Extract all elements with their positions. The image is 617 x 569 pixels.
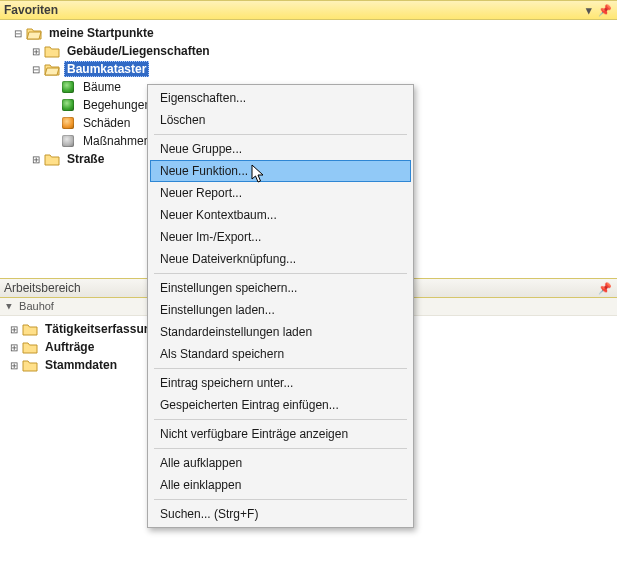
pin-icon[interactable]: 📌 — [597, 282, 613, 295]
collapse-icon[interactable]: ⊟ — [12, 27, 24, 39]
tree-label: Bäume — [80, 79, 124, 95]
tree-row[interactable]: ⊞ Gebäude/Liegenschaften — [0, 42, 617, 60]
context-menu-item[interactable]: Standardeinstellungen laden — [150, 321, 411, 343]
context-menu-item[interactable]: Neuer Kontextbaum... — [150, 204, 411, 226]
context-menu-item[interactable]: Einstellungen speichern... — [150, 277, 411, 299]
tree-label: meine Startpunkte — [46, 25, 157, 41]
tree-row[interactable]: ⊟ meine Startpunkte — [0, 24, 617, 42]
context-menu-item[interactable]: Neue Funktion... — [150, 160, 411, 182]
menu-separator — [154, 419, 407, 420]
folder-icon — [22, 357, 38, 373]
context-menu-item[interactable]: Neue Gruppe... — [150, 138, 411, 160]
context-menu-item[interactable]: Neue Dateiverknüpfung... — [150, 248, 411, 270]
tree-label: Straße — [64, 151, 107, 167]
tree-label: Gebäude/Liegenschaften — [64, 43, 213, 59]
expand-icon[interactable]: ⊞ — [30, 45, 42, 57]
folder-icon — [44, 43, 60, 59]
context-menu-item[interactable]: Als Standard speichern — [150, 343, 411, 365]
folder-open-icon — [26, 25, 42, 41]
context-menu-item[interactable]: Alle aufklappen — [150, 452, 411, 474]
dropdown-icon[interactable]: ▾ — [581, 4, 597, 17]
tree-row[interactable]: ⊟ Baumkataster — [0, 60, 617, 78]
collapse-icon[interactable]: ⊟ — [30, 63, 42, 75]
tree-label: Schäden — [80, 115, 133, 131]
context-menu-item[interactable]: Suchen... (Strg+F) — [150, 503, 411, 525]
leaf-icon — [60, 133, 76, 149]
leaf-icon — [60, 79, 76, 95]
tree-label: Baumkataster — [64, 61, 149, 77]
favorites-header: Favoriten ▾ 📌 — [0, 0, 617, 20]
menu-separator — [154, 273, 407, 274]
menu-separator — [154, 448, 407, 449]
tree-label: Begehungen — [80, 97, 154, 113]
folder-open-icon — [44, 61, 60, 77]
leaf-icon — [60, 97, 76, 113]
expand-icon[interactable]: ⊞ — [8, 341, 20, 353]
menu-separator — [154, 368, 407, 369]
expand-icon[interactable]: ⊞ — [8, 323, 20, 335]
context-menu-item[interactable]: Einstellungen laden... — [150, 299, 411, 321]
favorites-title: Favoriten — [4, 3, 58, 17]
pin-icon[interactable]: 📌 — [597, 4, 613, 17]
folder-icon — [44, 151, 60, 167]
context-menu-item[interactable]: Neuer Report... — [150, 182, 411, 204]
context-menu-item[interactable]: Alle einklappen — [150, 474, 411, 496]
tree-label: Tätigkeitserfassung — [42, 321, 161, 337]
tree-label: Maßnahmen — [80, 133, 153, 149]
folder-icon — [22, 339, 38, 355]
tree-label: Stammdaten — [42, 357, 120, 373]
menu-separator — [154, 499, 407, 500]
context-menu-item[interactable]: Nicht verfügbare Einträge anzeigen — [150, 423, 411, 445]
context-menu-item[interactable]: Neuer Im-/Export... — [150, 226, 411, 248]
context-menu-item[interactable]: Eigenschaften... — [150, 87, 411, 109]
context-menu-item[interactable]: Eintrag speichern unter... — [150, 372, 411, 394]
workspace-title: Arbeitsbereich — [4, 281, 81, 295]
context-menu-item[interactable]: Löschen — [150, 109, 411, 131]
folder-icon — [22, 321, 38, 337]
context-menu-item[interactable]: Gespeicherten Eintrag einfügen... — [150, 394, 411, 416]
expand-icon[interactable]: ⊞ — [30, 153, 42, 165]
tree-label: Aufträge — [42, 339, 97, 355]
leaf-icon — [60, 115, 76, 131]
expand-icon[interactable]: ⊞ — [8, 359, 20, 371]
menu-separator — [154, 134, 407, 135]
context-menu[interactable]: Eigenschaften...LöschenNeue Gruppe...Neu… — [147, 84, 414, 528]
